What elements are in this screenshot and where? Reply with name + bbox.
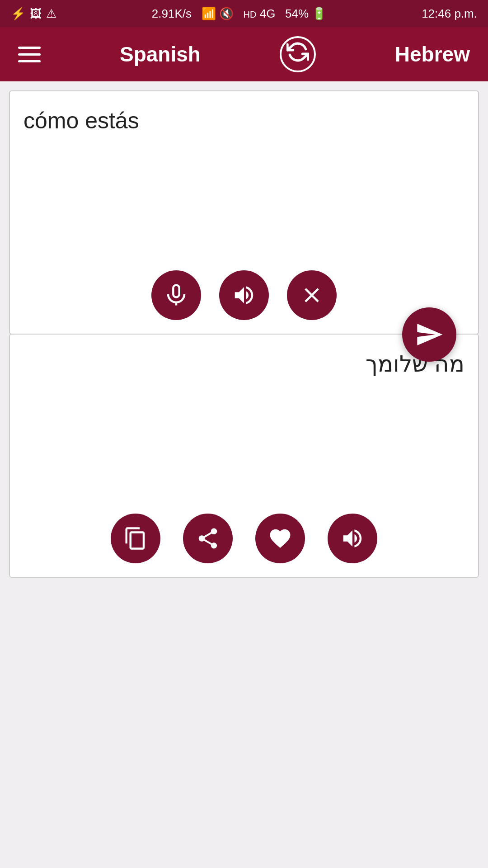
toolbar: Spanish Hebrew	[0, 27, 488, 81]
translation-actions	[10, 514, 478, 563]
hamburger-line-3	[18, 60, 41, 62]
share-button[interactable]	[183, 514, 233, 563]
share-icon	[196, 526, 220, 551]
speaker-button[interactable]	[219, 270, 269, 320]
battery-text: 54%	[285, 7, 309, 20]
favorite-button[interactable]	[255, 514, 305, 563]
copy-button[interactable]	[111, 514, 160, 563]
charge-icon: ⚡	[11, 7, 25, 21]
hd-icon: HD	[244, 9, 257, 19]
copy-icon	[123, 526, 148, 551]
mute-icon: 🔇	[219, 7, 234, 20]
target-language-label[interactable]: Hebrew	[395, 42, 470, 66]
speaker-icon	[232, 283, 256, 307]
network-icon: 4G	[260, 7, 276, 20]
battery-icon: 🔋	[312, 7, 326, 20]
volume-icon	[340, 526, 365, 551]
speed-indicator: 2.91K/s	[152, 7, 192, 20]
source-language-label[interactable]: Spanish	[120, 42, 201, 66]
translate-button[interactable]	[402, 307, 456, 362]
clear-button[interactable]	[287, 270, 337, 320]
warning-icon: ⚠	[46, 7, 56, 21]
hamburger-line-1	[18, 47, 41, 49]
status-center: 2.91K/s 📶 🔇 HD 4G 54% 🔋	[152, 7, 327, 21]
status-right: 12:46 p.m.	[422, 7, 477, 21]
translation-panel: מה שלומך	[9, 334, 479, 578]
source-actions	[10, 270, 478, 320]
heart-icon	[268, 526, 292, 551]
close-icon	[300, 283, 324, 307]
swap-icon	[286, 41, 309, 68]
swap-languages-button[interactable]	[280, 36, 316, 72]
image-icon: 🖼	[30, 7, 42, 21]
source-panel: cómo estás	[9, 90, 479, 335]
status-left: ⚡ 🖼 ⚠	[11, 7, 56, 21]
source-text[interactable]: cómo estás	[10, 91, 478, 146]
menu-button[interactable]	[18, 47, 41, 62]
volume-button[interactable]	[328, 514, 377, 563]
microphone-button[interactable]	[151, 270, 201, 320]
microphone-icon	[164, 283, 188, 307]
hotspot-icon: 📶	[202, 7, 216, 20]
time-display: 12:46 p.m.	[422, 7, 477, 21]
main-content: cómo estás	[0, 81, 488, 578]
hamburger-line-2	[18, 53, 41, 56]
status-bar: ⚡ 🖼 ⚠ 2.91K/s 📶 🔇 HD 4G 54% 🔋 12:46 p.m.	[0, 0, 488, 27]
send-icon	[415, 320, 444, 349]
